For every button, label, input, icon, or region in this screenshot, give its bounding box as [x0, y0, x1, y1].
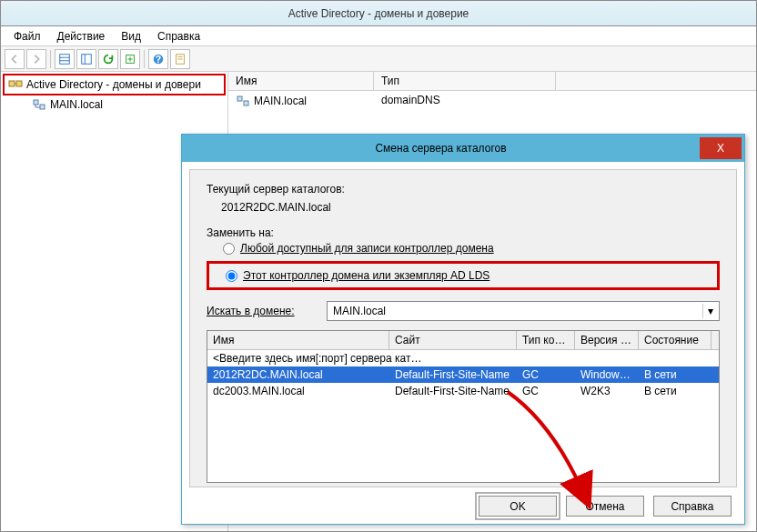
properties-button[interactable] [170, 49, 190, 69]
grid-hint-row[interactable]: <Введите здесь имя[:порт] сервера кат… [207, 350, 719, 366]
grid-row[interactable]: 2012R2DC.MAIN.local Default-First-Site-N… [207, 366, 719, 383]
cell-state: В сети [639, 367, 712, 382]
svg-rect-0 [60, 54, 70, 64]
list-row[interactable]: MAIN.local domainDNS [228, 91, 756, 111]
cell-name: dc2003.MAIN.local [207, 384, 389, 398]
domain-combobox[interactable]: MAIN.local ▾ [327, 301, 720, 321]
replace-label: Заменить на: [207, 226, 720, 239]
cancel-button[interactable]: Отмена [566, 496, 644, 517]
svg-rect-11 [9, 81, 15, 86]
domain-combobox-value: MAIN.local [333, 305, 386, 317]
radio-this-label: Этот контроллер домена или экземпляр AD … [243, 269, 490, 282]
cancel-label: Отмена [585, 500, 624, 513]
grid-header: Имя Сайт Тип конт… Версия … Состояние [207, 331, 719, 350]
main-titlebar: Active Directory - домены и доверие [1, 1, 756, 26]
list-row-type: domainDNS [374, 91, 556, 111]
cell-type: GC [517, 367, 575, 382]
main-title: Active Directory - домены и доверие [288, 7, 469, 20]
cell-name: 2012R2DC.MAIN.local [207, 367, 389, 382]
ad-tree-icon [8, 77, 23, 92]
grid-row[interactable]: dc2003.MAIN.local Default-First-Site-Nam… [207, 383, 719, 399]
col-type[interactable]: Тип конт… [517, 331, 575, 349]
export-button[interactable] [120, 49, 140, 69]
chevron-down-icon: ▾ [702, 304, 717, 318]
dialog-button-row: OK Отмена Справка [479, 496, 732, 517]
svg-rect-18 [237, 96, 242, 101]
cell-ver: Windows… [575, 367, 639, 382]
change-server-dialog: Смена сервера каталогов X Текущий сервер… [181, 134, 745, 525]
tree-child-label: MAIN.local [50, 98, 103, 111]
dialog-title: Смена сервера каталогов [182, 142, 700, 155]
radio-this-row[interactable]: Этот контроллер домена или экземпляр AD … [226, 269, 717, 282]
svg-rect-12 [16, 81, 22, 86]
col-state[interactable]: Состояние [639, 331, 712, 349]
help-label: Справка [671, 500, 713, 513]
svg-rect-19 [244, 101, 248, 105]
cell-state: В сети [639, 384, 712, 398]
toolbar-separator [144, 50, 145, 68]
cell-ver: W2K3 [575, 384, 639, 398]
close-button[interactable]: X [700, 137, 742, 159]
ok-label: OK [510, 500, 525, 513]
menu-help[interactable]: Справка [150, 28, 207, 45]
dialog-body: Текущий сервер каталогов: 2012R2DC.MAIN.… [189, 169, 737, 487]
current-server-value: 2012R2DC.MAIN.local [207, 196, 720, 214]
help-button[interactable]: Справка [653, 496, 732, 517]
close-icon: X [717, 142, 724, 155]
current-server-label: Текущий сервер каталогов: [207, 183, 720, 196]
tree-root-label: Active Directory - домены и довери [26, 78, 201, 91]
list-header: Имя Тип [228, 72, 756, 91]
radio-any-label: Любой доступный для записи контроллер до… [240, 242, 494, 255]
tree-root-node[interactable]: Active Directory - домены и довери [3, 74, 226, 95]
selected-row-highlight: 2012R2DC.MAIN.local Default-First-Site-N… [207, 366, 719, 383]
svg-rect-3 [82, 54, 92, 64]
refresh-button[interactable] [98, 49, 118, 69]
col-type[interactable]: Тип [374, 72, 556, 90]
col-name[interactable]: Имя [207, 331, 389, 349]
svg-rect-15 [40, 105, 45, 109]
back-button[interactable] [5, 49, 25, 69]
col-name[interactable]: Имя [228, 72, 374, 90]
col-version[interactable]: Версия … [575, 331, 639, 349]
menu-file[interactable]: Файл [6, 28, 48, 45]
dialog-titlebar[interactable]: Смена сервера каталогов X [182, 135, 744, 162]
col-site[interactable]: Сайт [389, 331, 517, 349]
toolbar: ? [1, 46, 756, 72]
radio-highlight-box: Этот контроллер домена или экземпляр AD … [207, 261, 720, 290]
svg-rect-14 [34, 100, 38, 105]
search-domain-label: Искать в домене: [207, 305, 316, 317]
help-button[interactable]: ? [148, 49, 168, 69]
tree-child-node[interactable]: MAIN.local [3, 95, 226, 114]
forward-button[interactable] [26, 49, 46, 69]
cell-type: GC [517, 384, 575, 398]
radio-this[interactable] [226, 270, 237, 282]
radio-any[interactable] [223, 243, 235, 255]
menubar: Файл Действие Вид Справка [1, 26, 756, 46]
list-view-button[interactable] [76, 49, 96, 69]
toolbar-separator [50, 50, 51, 68]
domain-icon [32, 97, 46, 112]
dc-grid: Имя Сайт Тип конт… Версия … Состояние <В… [207, 330, 720, 483]
cell-site: Default-First-Site-Name [389, 384, 517, 398]
domain-icon [236, 94, 250, 108]
grid-hint-text: <Введите здесь имя[:порт] сервера кат… [207, 351, 719, 366]
details-view-button[interactable] [55, 49, 75, 69]
menu-action[interactable]: Действие [50, 28, 113, 45]
radio-any-row[interactable]: Любой доступный для записи контроллер до… [207, 239, 720, 257]
svg-text:?: ? [156, 53, 161, 64]
ok-button[interactable]: OK [479, 496, 557, 517]
menu-view[interactable]: Вид [114, 28, 148, 45]
list-row-name: MAIN.local [254, 95, 307, 107]
cell-site: Default-First-Site-Name [389, 367, 517, 382]
